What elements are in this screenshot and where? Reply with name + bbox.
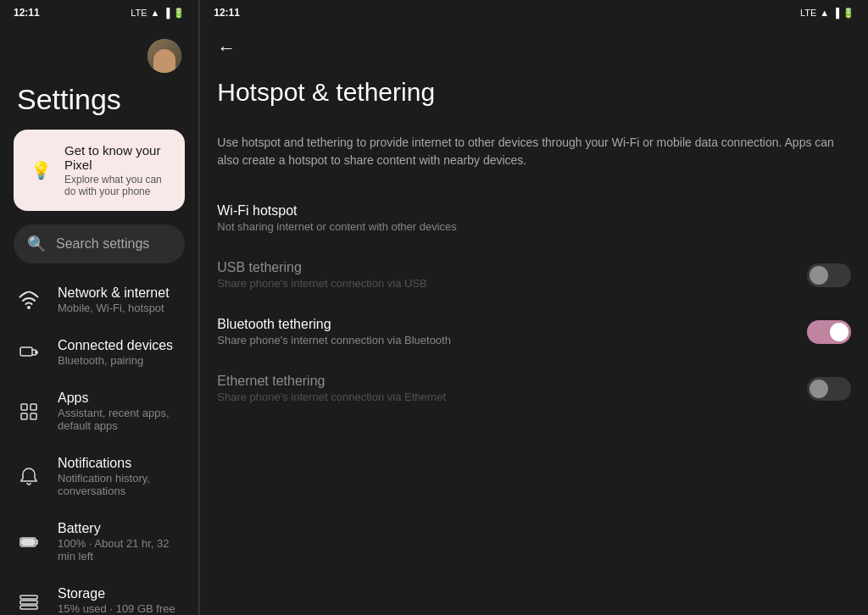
wifi-hotspot-text: Wi-Fi hotspot Not sharing internet or co… (217, 203, 851, 233)
back-arrow-hotspot-icon: ← (217, 37, 236, 59)
apps-text: Apps Assistant, recent apps, default app… (58, 391, 181, 432)
hotspot-title: Hotspot & tethering (200, 71, 868, 127)
tethering-item-usb[interactable]: USB tethering Share phone's internet con… (200, 247, 868, 303)
svg-rect-11 (20, 606, 37, 609)
avatar[interactable] (147, 39, 181, 73)
sidebar-item-storage[interactable]: Storage 15% used · 109 GB free (0, 574, 198, 615)
avatar-face (153, 49, 175, 73)
battery-icon-3: 🔋 (843, 8, 854, 19)
usb-toggle[interactable] (807, 263, 851, 287)
notifications-title: Notifications (58, 456, 181, 471)
usb-tethering-text: USB tethering Share phone's internet con… (217, 260, 797, 290)
battery-sub: 100% · About 21 hr, 32 min left (58, 537, 181, 562)
settings-title: Settings (0, 80, 198, 130)
ethernet-tethering-title: Ethernet tethering (217, 374, 797, 389)
storage-icon (17, 590, 41, 611)
svg-rect-4 (31, 404, 36, 410)
promo-title: Get to know your Pixel (64, 143, 171, 172)
sidebar-item-connected-devices[interactable]: Connected devices Bluetooth, pairing (0, 326, 198, 379)
settings-content: Settings 💡 Get to know your Pixel Explor… (0, 25, 198, 615)
hotspot-content: ← Hotspot & tethering Use hotspot and te… (200, 25, 868, 615)
connected-devices-sub: Bluetooth, pairing (58, 354, 181, 367)
svg-rect-5 (21, 413, 27, 419)
usb-toggle-knob (810, 266, 828, 285)
search-bar[interactable]: 🔍 Search settings (14, 224, 185, 263)
signal-icon-3: ▲ (820, 8, 829, 18)
apps-sub: Assistant, recent apps, default apps (58, 407, 181, 432)
svg-rect-6 (31, 413, 36, 419)
search-icon: 🔍 (27, 235, 46, 253)
storage-sub: 15% used · 109 GB free (58, 602, 181, 615)
sidebar-item-apps[interactable]: Apps Assistant, recent apps, default app… (0, 379, 198, 444)
svg-rect-10 (20, 601, 37, 604)
wifi-icon-1: ▐ (163, 8, 170, 18)
bluetooth-toggle[interactable] (807, 320, 851, 344)
pixel-promo[interactable]: 💡 Get to know your Pixel Explore what yo… (14, 130, 185, 211)
hotspot-description: Use hotspot and tethering to provide int… (200, 127, 868, 190)
sidebar-item-battery[interactable]: Battery 100% · About 21 hr, 32 min left (0, 509, 198, 574)
lte-icon-1: LTE (131, 8, 147, 18)
avatar-image (147, 39, 181, 73)
svg-point-2 (36, 352, 37, 353)
svg-rect-3 (21, 404, 27, 410)
notifications-sub: Notification history, conversations (58, 472, 181, 497)
bluetooth-tethering-title: Bluetooth tethering (217, 317, 797, 332)
battery-title: Battery (58, 521, 181, 536)
time-1: 12:11 (14, 7, 40, 19)
apps-icon (17, 402, 41, 422)
sidebar-item-notifications[interactable]: Notifications Notification history, conv… (0, 444, 198, 509)
notifications-text: Notifications Notification history, conv… (58, 456, 181, 497)
ethernet-toggle-knob (810, 380, 828, 398)
network-internet-sub: Mobile, Wi-Fi, hotspot (58, 302, 181, 314)
wifi-icon (17, 290, 41, 310)
connected-devices-icon (17, 342, 41, 363)
usb-tethering-sub: Share phone's internet connection via US… (217, 277, 797, 290)
ethernet-tethering-sub: Share phone's internet connection via Et… (217, 391, 797, 403)
promo-icon: 💡 (27, 157, 54, 184)
connected-devices-title: Connected devices (58, 338, 181, 353)
wifi-hotspot-title: Wi-Fi hotspot (217, 203, 851, 219)
lte-icon-3: LTE (800, 8, 816, 18)
svg-point-0 (28, 307, 30, 308)
wifi-icon-3: ▐ (832, 8, 839, 18)
search-placeholder: Search settings (56, 236, 149, 252)
status-bar-1: 12:11 LTE ▲ ▐ 🔋 (0, 0, 198, 25)
bluetooth-tethering-sub: Share phone's internet connection via Bl… (217, 334, 797, 346)
hotspot-panel: 12:11 LTE ▲ ▐ 🔋 ← Hotspot & tethering Us… (200, 0, 868, 615)
status-icons-3: LTE ▲ ▐ 🔋 (800, 8, 854, 19)
tethering-item-bluetooth[interactable]: Bluetooth tethering Share phone's intern… (200, 303, 868, 360)
status-bar-3: 12:11 LTE ▲ ▐ 🔋 (200, 0, 868, 25)
network-internet-title: Network & internet (58, 285, 181, 301)
signal-icon-1: ▲ (151, 8, 160, 18)
status-icons-1: LTE ▲ ▐ 🔋 (131, 8, 185, 19)
usb-tethering-title: USB tethering (217, 260, 797, 275)
bluetooth-tethering-text: Bluetooth tethering Share phone's intern… (217, 317, 797, 346)
sidebar-item-network[interactable]: Network & internet Mobile, Wi-Fi, hotspo… (0, 274, 198, 326)
tethering-item-wifi[interactable]: Wi-Fi hotspot Not sharing internet or co… (200, 190, 868, 247)
svg-rect-1 (20, 347, 32, 356)
svg-rect-9 (20, 596, 37, 599)
ethernet-tethering-text: Ethernet tethering Share phone's interne… (217, 374, 797, 403)
promo-text: Get to know your Pixel Explore what you … (64, 143, 171, 197)
network-internet-text: Network & internet Mobile, Wi-Fi, hotspo… (58, 285, 181, 314)
settings-list: Network & internet Mobile, Wi-Fi, hotspo… (0, 270, 198, 615)
settings-header (0, 25, 198, 80)
battery-text: Battery 100% · About 21 hr, 32 min left (58, 521, 181, 562)
settings-panel: 12:11 LTE ▲ ▐ 🔋 Settings 💡 Get to know y… (0, 0, 200, 615)
battery-icon (17, 532, 41, 552)
storage-title: Storage (58, 586, 181, 601)
time-3: 12:11 (214, 7, 240, 19)
tethering-item-ethernet[interactable]: Ethernet tethering Share phone's interne… (200, 360, 868, 417)
wifi-hotspot-sub: Not sharing internet or content with oth… (217, 220, 851, 233)
battery-icon-1: 🔋 (173, 8, 185, 19)
storage-text: Storage 15% used · 109 GB free (58, 586, 181, 615)
notifications-icon (17, 467, 41, 487)
ethernet-toggle[interactable] (807, 377, 851, 401)
back-button-hotspot[interactable]: ← (200, 25, 868, 71)
apps-title: Apps (58, 391, 181, 406)
connected-devices-text: Connected devices Bluetooth, pairing (58, 338, 181, 367)
promo-subtitle: Explore what you can do with your phone (64, 174, 171, 197)
svg-rect-8 (22, 540, 34, 545)
tethering-list: Wi-Fi hotspot Not sharing internet or co… (200, 190, 868, 417)
bluetooth-toggle-knob (830, 323, 849, 341)
